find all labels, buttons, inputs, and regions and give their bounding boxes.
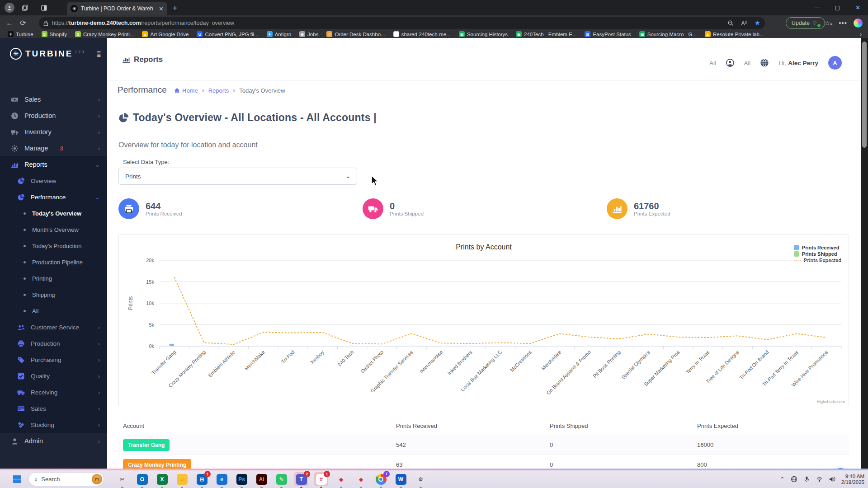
read-aloud-icon[interactable]: A))	[741, 20, 747, 27]
sidebar-item-stocking[interactable]: Stocking›	[0, 417, 107, 433]
photoshop-icon[interactable]: Ps	[235, 472, 249, 486]
sidebar-item-overview[interactable]: Overview	[0, 173, 107, 189]
address-bar[interactable]: https://turbine-demo.240tech.com/reports…	[39, 17, 765, 29]
snipping-tool-icon[interactable]: ✂	[115, 472, 129, 486]
user-avatar[interactable]: A	[828, 56, 842, 70]
sidebar-item-sales[interactable]: Sales›	[0, 91, 107, 108]
settings-icon[interactable]: ⚙	[414, 472, 428, 486]
sidebar-item-sales[interactable]: Sales›	[0, 400, 107, 417]
sidebar-item-purchasing[interactable]: Purchasing›	[0, 352, 107, 368]
prints-by-account-chart[interactable]: 0k5k10k15k20kPrintsTransfer GangCrazy Mo…	[119, 235, 849, 406]
table-row[interactable]: Transfer Gang542016000	[118, 435, 849, 455]
browser-tab[interactable]: ✳ Turbine | POD Order & Warehous ✕	[67, 2, 167, 15]
bookmark-item[interactable]: ✳Turbine	[5, 31, 37, 37]
user-name[interactable]: Alec Perry	[788, 60, 818, 66]
bookmark-item[interactable]: ○Order Desk Dashbo...	[323, 31, 388, 37]
copilot-icon[interactable]	[854, 19, 863, 28]
sidebar-item-production[interactable]: Production›	[0, 335, 107, 352]
update-button[interactable]: Update ♡	[786, 17, 825, 29]
taskbar-search[interactable]: ⌕ Search 🗀	[29, 473, 104, 486]
minimize-button[interactable]: —	[807, 0, 827, 15]
refresh-icon[interactable]: ⟳	[16, 19, 30, 27]
bookmark-item[interactable]: UConvert PNG, JPG fil...	[193, 31, 261, 37]
file-explorer-icon[interactable]: ▱	[175, 472, 189, 486]
bookmarks-overflow-icon[interactable]: ›	[860, 31, 868, 38]
scrollbar-thumb[interactable]	[862, 42, 867, 148]
breadcrumb-home[interactable]: Home	[174, 87, 198, 94]
word-icon[interactable]: W	[394, 472, 408, 486]
location-filter[interactable]: All	[709, 60, 716, 66]
system-tray: ⌃ 9:40 AM 2/19/2025	[780, 470, 864, 488]
tag-icon[interactable]: ◆	[334, 472, 348, 486]
bookmark-item[interactable]: ⊞Sourcing Macro - G...	[636, 31, 700, 37]
globe-icon[interactable]	[760, 59, 769, 67]
bookmark-item[interactable]: ▲Resolute Private lab...	[702, 31, 767, 37]
chart-credits[interactable]: Highcharts.com	[816, 399, 845, 404]
slack-icon[interactable]: #1	[314, 472, 328, 486]
breadcrumb-reports[interactable]: Reports	[208, 87, 229, 94]
page-scrollbar[interactable]	[861, 38, 868, 470]
sidebar-item-shipping[interactable]: Shipping	[0, 286, 107, 303]
network-globe-icon[interactable]	[791, 476, 797, 483]
chrome-icon[interactable]: T	[374, 472, 388, 486]
sidebar-toggle-icon[interactable]: ≡≡	[97, 52, 101, 56]
sidebar-item-receiving[interactable]: Receiving›	[0, 384, 107, 400]
sidebar-item-all[interactable]: All	[0, 303, 107, 319]
sidebar-item-today-s-production[interactable]: Today's Production	[0, 238, 107, 254]
table-row[interactable]: Crazy Monkey Printing630800	[118, 455, 849, 470]
bookmark-item[interactable]: ⊕Jobs	[296, 31, 321, 37]
teams-icon[interactable]: T2	[294, 472, 308, 486]
account-filter[interactable]: All	[744, 60, 750, 66]
edge-icon[interactable]: e	[215, 472, 229, 486]
bookmark-item[interactable]: ✦Antigro	[264, 31, 294, 37]
workspaces-icon[interactable]	[19, 2, 31, 14]
new-tab-button[interactable]: +	[173, 4, 177, 13]
sidebar-item-quality[interactable]: Quality›	[0, 368, 107, 384]
outlook-icon[interactable]: O	[135, 472, 149, 486]
start-button[interactable]	[10, 473, 24, 486]
tag-icon[interactable]: ◆	[354, 472, 368, 486]
browser-menu-icon[interactable]: •••	[839, 19, 847, 27]
sidebar-item-customer-service[interactable]: Customer Service›	[0, 319, 107, 335]
bookmark-item[interactable]: SCrazy Monkey Printi...	[72, 31, 137, 37]
data-type-select[interactable]: Prints ⌄	[118, 168, 357, 185]
sidebar-item-performance[interactable]: Performance⌄	[0, 189, 107, 205]
notes-icon[interactable]: ✎	[274, 472, 288, 486]
bookmark-item[interactable]: SShopify	[38, 31, 70, 37]
bookmark-item[interactable]: #shared-240tech-me...	[390, 31, 454, 37]
sidebar-item-label: Overview	[31, 178, 56, 184]
store-icon[interactable]: ⊞1	[195, 472, 209, 486]
sidebar-item-admin[interactable]: Admin›	[0, 433, 107, 449]
sidebar-item-today-s-overview[interactable]: Today's Overview	[0, 205, 107, 221]
wifi-icon[interactable]	[816, 476, 823, 483]
sidebar-item-production-pipeline[interactable]: Production Pipeline	[0, 254, 107, 270]
taskbar-clock[interactable]: 9:40 AM 2/19/2025	[841, 474, 864, 485]
sidebar-item-month-s-overview[interactable]: Month's Overview	[0, 221, 107, 238]
bookmark-item[interactable]: ▲Art Google Drive	[139, 31, 192, 37]
user-circle-icon[interactable]	[726, 59, 734, 67]
bookmark-item[interactable]: ≋EasyPost Status	[581, 31, 634, 37]
sidebar-item-reports[interactable]: Reports⌄	[0, 156, 107, 173]
tab-actions-icon[interactable]	[38, 2, 50, 14]
speaker-icon[interactable]	[829, 476, 835, 483]
illustrator-icon[interactable]: Ai	[255, 472, 269, 486]
maximize-button[interactable]: ▢	[827, 0, 848, 15]
excel-icon[interactable]: X	[155, 472, 169, 486]
bookmark-item[interactable]: ⊞Sourcing Historys	[456, 31, 511, 37]
browser-profile-avatar[interactable]	[4, 2, 15, 14]
sidebar-item-inventory[interactable]: Inventory›	[0, 124, 107, 140]
hidden-icons-chevron[interactable]: ⌃	[780, 476, 785, 483]
microphone-icon[interactable]	[803, 476, 810, 483]
close-button[interactable]: ✕	[848, 0, 868, 15]
sidebar-item-production[interactable]: Production›	[0, 108, 107, 124]
sheets-favicon: ⊞	[459, 31, 465, 37]
favorite-added-star-icon[interactable]: ★	[755, 19, 760, 27]
pie-icon	[17, 177, 25, 185]
sidebar-item-printing[interactable]: Printing	[0, 270, 107, 286]
favorites-bar-icon[interactable]: ☆≡	[824, 19, 832, 27]
bookmark-item[interactable]: ⊞240Tech - Emblem E...	[513, 31, 580, 37]
tab-close-icon[interactable]: ✕	[159, 5, 164, 12]
search-in-page-icon[interactable]	[727, 20, 734, 26]
sidebar-item-manage[interactable]: Manage3›	[0, 140, 107, 156]
back-icon[interactable]: ←	[3, 19, 16, 27]
